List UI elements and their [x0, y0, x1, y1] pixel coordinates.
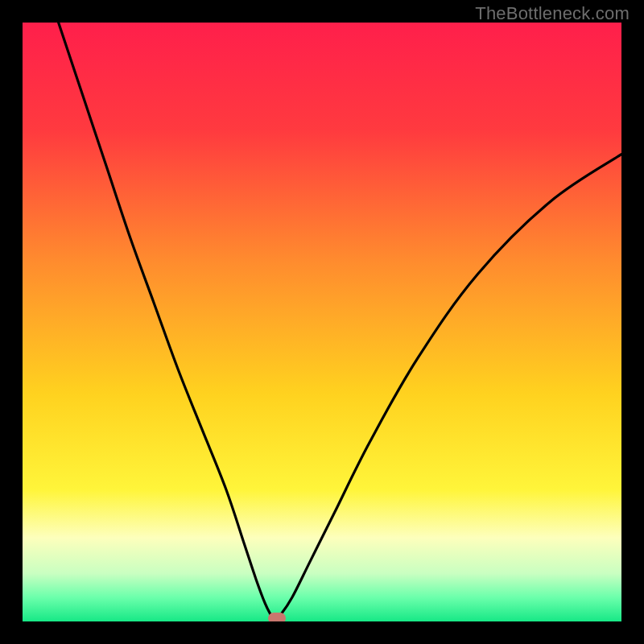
vertex-marker [268, 613, 286, 621]
plot-area [23, 23, 621, 621]
chart-frame: TheBottleneck.com [0, 0, 644, 644]
plot-inner [23, 23, 621, 621]
bottleneck-curve [23, 23, 621, 621]
watermark-text: TheBottleneck.com [475, 3, 630, 24]
